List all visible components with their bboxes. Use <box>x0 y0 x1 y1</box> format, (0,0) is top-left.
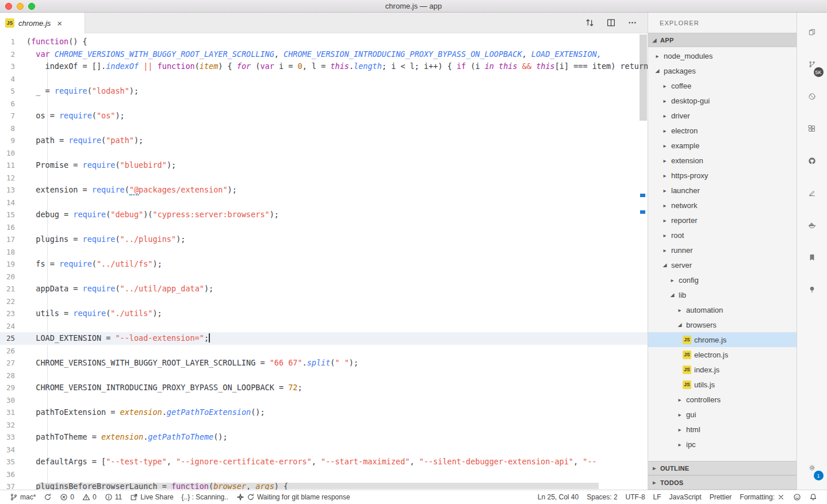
chevron-collapsed-icon[interactable]: ▸ <box>660 247 669 253</box>
chevron-collapsed-icon[interactable]: ▸ <box>668 277 677 283</box>
tree-item-extension[interactable]: ▸extension <box>648 153 797 168</box>
chevron-collapsed-icon[interactable]: ▸ <box>660 202 669 209</box>
code-line[interactable]: 8 <box>0 122 648 135</box>
activity-edit-session[interactable] <box>797 177 827 209</box>
status-git-branch-status[interactable]: mac* <box>6 493 40 501</box>
status-problems-info[interactable]: 11 <box>101 493 126 501</box>
more-actions-icon[interactable] <box>627 18 637 28</box>
tree-item-chrome-js[interactable]: JSchrome.js <box>648 332 797 347</box>
chevron-collapsed-icon[interactable]: ▸ <box>675 441 684 448</box>
code-line[interactable]: 18 <box>0 246 648 259</box>
vertical-scrollbar[interactable] <box>638 33 648 490</box>
chevron-expanded-icon[interactable]: ◢ <box>653 68 662 74</box>
scrollbar-thumb[interactable] <box>640 34 647 121</box>
code-line[interactable]: 1(function() { <box>0 36 648 48</box>
code-line[interactable]: 12 <box>0 172 648 184</box>
code-line[interactable]: 3 indexOf = [].indexOf || function(item)… <box>0 60 648 73</box>
tree-item-automation[interactable]: ▸automation <box>648 302 797 317</box>
code-line[interactable]: 10 <box>0 147 648 160</box>
code-line[interactable]: 32 <box>0 419 648 432</box>
status-problems-errors[interactable]: 0 <box>56 493 78 501</box>
code-line[interactable]: 21 appData = require("../util/app_data")… <box>0 283 648 295</box>
code-line[interactable]: 15 debug = require("debug")("cypress:ser… <box>0 209 648 221</box>
status-live-share[interactable]: Live Share <box>126 493 177 501</box>
code-line[interactable]: 11 Promise = require("bluebird"); <box>0 159 648 172</box>
chevron-collapsed-icon[interactable]: ▸ <box>660 98 669 104</box>
status-feedback[interactable] <box>789 493 805 501</box>
code-line[interactable]: 33 pathToTheme = extension.getPathToThem… <box>0 431 648 444</box>
chevron-collapsed-icon[interactable]: ▸ <box>660 172 669 179</box>
code-line[interactable]: 16 <box>0 221 648 234</box>
tree-item-https-proxy[interactable]: ▸https-proxy <box>648 168 797 183</box>
section-header-outline[interactable]: ▸ OUTLINE <box>648 461 797 475</box>
activity-debug-disabled[interactable] <box>797 80 827 113</box>
horizontal-scrollbar[interactable] <box>38 483 599 489</box>
tree-item-electron[interactable]: ▸electron <box>648 123 797 138</box>
code-line[interactable]: 7 os = require("os"); <box>0 110 648 122</box>
chevron-expanded-icon[interactable]: ◢ <box>668 292 677 298</box>
activity-explorer[interactable] <box>797 16 827 48</box>
activity-docker[interactable] <box>797 209 827 241</box>
code-line[interactable]: 19 fs = require("../util/fs"); <box>0 258 648 271</box>
chevron-collapsed-icon[interactable]: ▸ <box>675 307 684 313</box>
code-line[interactable]: 36 <box>0 468 648 481</box>
tree-item-gui[interactable]: ▸gui <box>648 407 797 422</box>
chevron-collapsed-icon[interactable]: ▸ <box>660 83 669 89</box>
tree-item-server[interactable]: ◢server <box>648 257 797 272</box>
tree-item-html[interactable]: ▸html <box>648 422 797 437</box>
activity-source-control[interactable]: 5K <box>797 48 827 80</box>
chevron-collapsed-icon[interactable]: ▸ <box>675 397 684 403</box>
code-line[interactable]: 14 <box>0 197 648 209</box>
code-line[interactable]: 35 defaultArgs = ["--test-type", "--igno… <box>0 456 648 468</box>
code-line[interactable]: 6 <box>0 98 648 110</box>
tree-item-browsers[interactable]: ◢browsers <box>648 317 797 332</box>
chevron-collapsed-icon[interactable]: ▸ <box>660 187 669 194</box>
activity-extensions[interactable] <box>797 113 827 145</box>
zoom-window-button[interactable] <box>28 3 35 10</box>
code-line[interactable]: 30 <box>0 394 648 407</box>
chevron-collapsed-icon[interactable]: ▸ <box>660 113 669 119</box>
code-line[interactable]: 9 path = require("path"); <box>0 134 648 147</box>
code-line[interactable]: 4 <box>0 73 648 86</box>
code-line[interactable]: 29 CHROME_VERSION_INTRODUCING_PROXY_BYPA… <box>0 382 648 394</box>
code-line[interactable]: 25 LOAD_EXTENSION = "--load-extension="; <box>0 332 648 345</box>
tree-item-index-js[interactable]: JSindex.js <box>648 362 797 377</box>
status-notifications[interactable] <box>805 493 821 501</box>
split-editor-icon[interactable] <box>606 18 616 28</box>
chevron-collapsed-icon[interactable]: ▸ <box>675 426 684 433</box>
tree-item-node-modules[interactable]: ▸node_modules <box>648 48 797 63</box>
status-encoding[interactable]: UTF-8 <box>622 493 649 501</box>
code-line[interactable]: 27 CHROME_VERSIONS_WITH_BUGGY_ROOT_LAYER… <box>0 357 648 370</box>
chevron-collapsed-icon[interactable]: ▸ <box>660 157 669 164</box>
activity-bookmarks[interactable] <box>797 241 827 274</box>
status-git-blame-status[interactable]: Waiting for git blame response <box>232 493 354 501</box>
code-line[interactable]: 22 <box>0 295 648 308</box>
tree-item-controllers[interactable]: ▸controllers <box>648 392 797 407</box>
tab-close-icon[interactable]: × <box>57 18 62 28</box>
tree-item-desktop-gui[interactable]: ▸desktop-gui <box>648 93 797 108</box>
activity-github[interactable] <box>797 145 827 177</box>
tree-item-driver[interactable]: ▸driver <box>648 108 797 123</box>
tree-item-example[interactable]: ▸example <box>648 138 797 153</box>
tree-item-packages[interactable]: ◢packages <box>648 63 797 78</box>
tree-item-utils-js[interactable]: JSutils.js <box>648 377 797 392</box>
status-sync-status[interactable] <box>40 493 56 501</box>
status-formatter-scan[interactable]: {..} : Scanning.. <box>178 493 232 501</box>
activity-pin[interactable] <box>797 274 827 306</box>
code-line[interactable]: 26 <box>0 345 648 357</box>
tree-item-runner[interactable]: ▸runner <box>648 243 797 257</box>
code-line[interactable]: 31 pathToExtension = extension.getPathTo… <box>0 406 648 419</box>
tree-item-ipc[interactable]: ▸ipc <box>648 437 797 452</box>
close-window-button[interactable] <box>5 3 12 10</box>
section-header-todos[interactable]: ▸ TODOS <box>648 475 797 490</box>
status-eol[interactable]: LF <box>649 493 665 501</box>
code-line[interactable]: 13 extension = require("@packages/extens… <box>0 184 648 197</box>
tree-item-lib[interactable]: ◢lib <box>648 287 797 302</box>
tree-item-electron-js[interactable]: JSelectron.js <box>648 347 797 362</box>
status-formatter[interactable]: Prettier <box>706 493 736 501</box>
code-line[interactable]: 28 <box>0 370 648 382</box>
code-line[interactable]: 23 utils = require("./utils"); <box>0 307 648 320</box>
chevron-collapsed-icon[interactable]: ▸ <box>660 143 669 149</box>
chevron-collapsed-icon[interactable]: ▸ <box>653 53 662 59</box>
tree-item-coffee[interactable]: ▸coffee <box>648 78 797 93</box>
